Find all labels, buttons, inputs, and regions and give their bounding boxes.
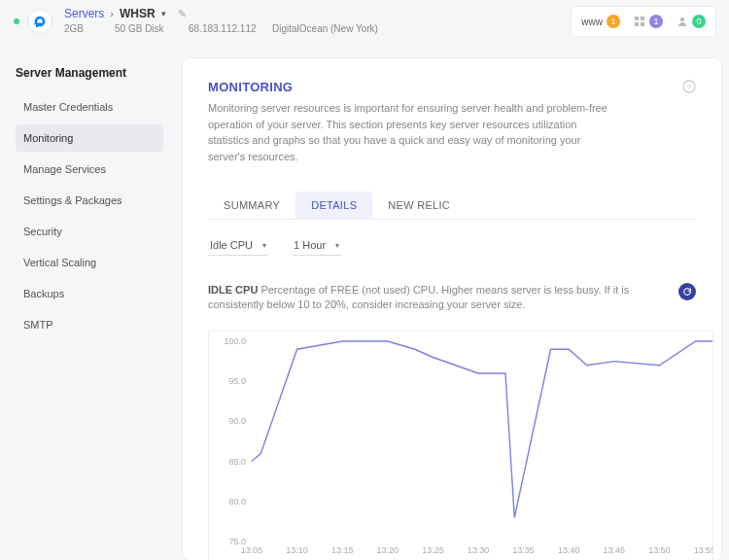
www-button[interactable]: www 1 — [581, 15, 620, 28]
sidebar-title: Server Management — [16, 66, 163, 80]
svg-text:13:15: 13:15 — [331, 545, 354, 555]
refresh-button[interactable] — [678, 283, 696, 300]
tabs: SUMMARYDETAILSNEW RELIC — [208, 192, 696, 220]
breadcrumb-servers-link[interactable]: Servers — [64, 7, 104, 21]
svg-rect-1 — [39, 22, 42, 25]
provider-logo — [27, 9, 52, 34]
svg-rect-5 — [641, 17, 644, 20]
svg-point-8 — [680, 18, 684, 21]
sidebar-item-vertical-scaling[interactable]: Vertical Scaling — [16, 249, 163, 276]
svg-text:95.0: 95.0 — [228, 376, 246, 386]
sidebar-item-master-credentials[interactable]: Master Credentials — [16, 93, 163, 121]
server-status-dot — [14, 18, 19, 24]
metric-selector[interactable]: Idle CPU ▾ — [208, 237, 268, 256]
svg-text:90.0: 90.0 — [228, 416, 246, 426]
main-panel: ? MONITORING Monitoring server resources… — [183, 58, 721, 560]
svg-text:80.0: 80.0 — [228, 497, 246, 507]
chevron-down-icon: ▾ — [262, 241, 266, 250]
server-ram: 2GB — [64, 23, 91, 36]
metric-selector-label: Idle CPU — [210, 239, 253, 251]
help-icon[interactable]: ? — [682, 80, 696, 96]
svg-text:13:50: 13:50 — [648, 545, 671, 555]
sidebar-item-settings-packages[interactable]: Settings & Packages — [16, 187, 163, 214]
metric-title: IDLE CPU — [208, 284, 258, 296]
breadcrumb-server-name[interactable]: WHSR — [120, 7, 156, 21]
svg-text:13:55: 13:55 — [694, 545, 713, 555]
tab-details[interactable]: DETAILS — [295, 192, 372, 219]
svg-text:85.0: 85.0 — [228, 456, 246, 466]
svg-text:13:45: 13:45 — [604, 545, 626, 555]
breadcrumb: Servers › WHSR ▾ ✎ 2GB 50 GB Disk 68.183… — [64, 7, 378, 36]
chart: 75.080.085.090.095.0100.013:0513:1013:15… — [208, 331, 713, 560]
tab-new-relic[interactable]: NEW RELIC — [372, 192, 466, 219]
svg-text:13:25: 13:25 — [422, 545, 444, 555]
svg-rect-6 — [635, 22, 639, 26]
chevron-down-icon[interactable]: ▾ — [161, 9, 166, 19]
apps-button[interactable]: 1 — [634, 15, 663, 28]
sidebar: Server Management Master CredentialsMoni… — [0, 43, 175, 560]
apps-badge: 1 — [649, 15, 663, 28]
svg-text:13:05: 13:05 — [241, 545, 263, 555]
svg-text:100.0: 100.0 — [224, 336, 246, 346]
page-title: MONITORING — [208, 80, 696, 94]
sidebar-item-monitoring[interactable]: Monitoring — [16, 124, 163, 152]
top-right-actions: www 1 1 0 — [572, 7, 715, 36]
svg-text:?: ? — [687, 83, 692, 91]
sidebar-item-backups[interactable]: Backups — [16, 280, 163, 307]
tab-summary[interactable]: SUMMARY — [208, 192, 295, 219]
sidebar-item-manage-services[interactable]: Manage Services — [16, 156, 163, 183]
page-description: Monitoring server resources is important… — [208, 100, 616, 164]
chart-selectors: Idle CPU ▾ 1 Hour ▾ — [208, 237, 696, 256]
edit-server-icon[interactable]: ✎ — [178, 8, 187, 21]
svg-text:13:30: 13:30 — [468, 545, 490, 555]
server-disk: 50 GB Disk — [115, 23, 165, 36]
chevron-down-icon: ▾ — [335, 241, 339, 250]
metric-description-block: IDLE CPU Percentage of FREE (not used) C… — [208, 283, 696, 313]
account-button[interactable]: 0 — [677, 15, 706, 28]
grid-icon — [634, 16, 645, 27]
range-selector[interactable]: 1 Hour ▾ — [292, 237, 341, 256]
svg-rect-3 — [34, 23, 35, 24]
range-selector-label: 1 Hour — [294, 239, 326, 251]
svg-rect-7 — [641, 22, 644, 26]
user-icon — [677, 16, 688, 27]
svg-text:13:35: 13:35 — [512, 545, 535, 555]
server-provider: DigitalOcean (New York) — [272, 23, 378, 36]
svg-text:13:20: 13:20 — [377, 545, 399, 555]
top-bar: Servers › WHSR ▾ ✎ 2GB 50 GB Disk 68.183… — [0, 0, 729, 43]
svg-text:13:10: 13:10 — [286, 545, 308, 555]
svg-rect-4 — [635, 17, 639, 20]
www-label: www — [581, 17, 603, 27]
account-badge: 0 — [692, 15, 706, 28]
sidebar-item-security[interactable]: Security — [16, 218, 163, 245]
www-badge: 1 — [607, 15, 620, 28]
server-ip: 68.183.112.112 — [189, 23, 249, 36]
chevron-right-icon: › — [110, 8, 114, 21]
sidebar-item-smtp[interactable]: SMTP — [16, 311, 163, 338]
metric-desc: Percentage of FREE (not used) CPU. Highe… — [208, 284, 629, 310]
svg-rect-2 — [36, 25, 38, 27]
svg-text:13:40: 13:40 — [558, 545, 580, 555]
